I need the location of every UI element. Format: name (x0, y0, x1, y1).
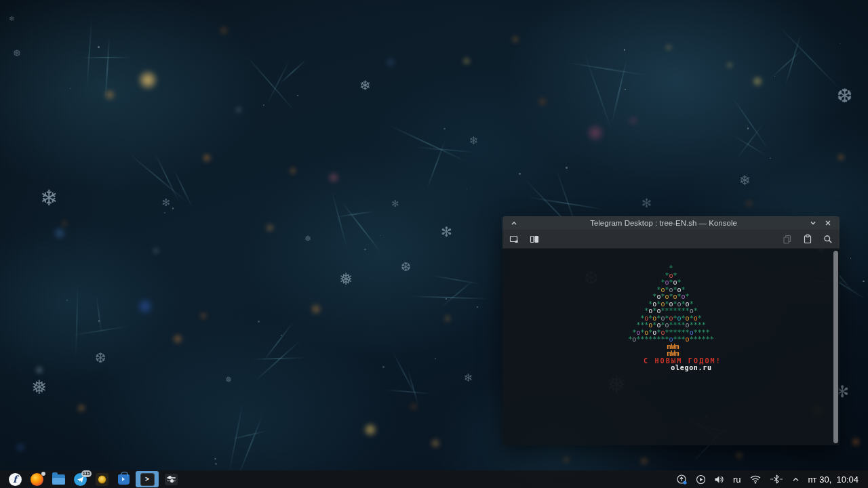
bokeh-light (77, 403, 86, 413)
snow-speck (774, 76, 775, 77)
tray-expand-chevron-icon[interactable] (791, 471, 800, 487)
bokeh-light (60, 220, 68, 228)
bluetooth-icon[interactable] (770, 471, 783, 487)
close-button[interactable] (823, 218, 833, 228)
fir-needle-decoration (246, 55, 297, 113)
taskbar-gold-disc-app[interactable] (92, 471, 111, 487)
bokeh-light (265, 223, 275, 232)
fir-needle-decoration (173, 169, 193, 207)
konsole-toolbar (502, 230, 840, 249)
fir-needle-decoration (75, 284, 79, 357)
paste-button[interactable] (802, 233, 814, 245)
keyboard-layout-indicator[interactable]: ru (733, 471, 741, 487)
bokeh-light (837, 153, 845, 161)
snowflake-decoration: ✻ (642, 197, 652, 209)
bokeh-light (137, 69, 159, 91)
device-notifier-icon[interactable] (676, 471, 688, 487)
fir-needle-decoration (262, 321, 294, 361)
snow-speck (172, 207, 174, 209)
taskbar-sliders-app[interactable] (161, 471, 180, 487)
fir-needle-decoration (390, 125, 467, 162)
bokeh-light (628, 115, 639, 126)
snow-speck (364, 249, 366, 251)
new-tab-icon (509, 234, 519, 245)
bokeh-light (219, 26, 229, 35)
scrollbar-thumb[interactable] (833, 251, 838, 443)
search-icon (823, 234, 833, 245)
snowflake-decoration: ✻ (392, 199, 399, 208)
taskbar-firefox[interactable] (27, 471, 46, 487)
fir-needle-decoration (772, 49, 803, 78)
bokeh-light (199, 312, 208, 320)
snow-speck (624, 49, 625, 50)
snowflake-decoration: ❄ (469, 136, 478, 146)
snowflake-decoration: ✻ (162, 197, 171, 207)
fir-needle-decoration (736, 123, 764, 159)
new-tab-button[interactable] (508, 233, 520, 245)
taskbar-konsole-active[interactable]: > (136, 471, 159, 487)
fedora-logo-icon: f (9, 473, 22, 486)
bokeh-light (745, 199, 754, 208)
copy-button[interactable] (781, 233, 793, 245)
snow-speck (770, 158, 771, 159)
fir-needle-decoration (779, 27, 840, 90)
snow-speck (98, 320, 100, 321)
arrow-icon (121, 476, 126, 482)
fir-needle-decoration (732, 134, 768, 157)
search-button[interactable] (822, 233, 834, 245)
snow-speck (840, 43, 840, 44)
bokeh-light (136, 298, 154, 315)
taskbar: f 115 > ru (0, 470, 868, 488)
bokeh-light (310, 303, 322, 315)
snowflake-decoration: ❆ (95, 351, 106, 365)
snowflake-decoration: ✻ (441, 225, 452, 239)
fir-needle-decoration (86, 19, 92, 90)
snowflake-decoration: ❆ (837, 87, 852, 106)
snow-speck (443, 128, 445, 129)
keyboard-layout-label: ru (733, 474, 741, 485)
bokeh-light (639, 456, 649, 466)
snow-speck (467, 188, 467, 189)
telegram-unread-badge: 115 (81, 470, 92, 477)
bokeh-light (851, 437, 861, 447)
split-view-icon (529, 234, 540, 245)
chevron-up-icon (510, 219, 518, 227)
bokeh-light (235, 106, 242, 113)
terminal-area[interactable]: **o**o*o**o*o*o**o*o*o*o**o*o*o*o*o**o*o… (502, 249, 840, 445)
media-player-icon[interactable] (696, 471, 706, 487)
bokeh-light (172, 333, 183, 344)
snowflake-decoration: ❄ (464, 373, 473, 384)
split-view-button[interactable] (528, 233, 540, 245)
close-icon (824, 219, 832, 227)
terminal-scrollbar[interactable] (833, 251, 838, 443)
snow-speck (215, 463, 217, 465)
taskbar-launcher-fedora[interactable]: f (5, 471, 24, 487)
snow-speck (380, 235, 380, 236)
taskbar-telegram[interactable]: 115 (71, 471, 90, 487)
bokeh-light (430, 438, 441, 449)
snow-speck (263, 104, 265, 106)
taskbar-file-manager[interactable] (49, 471, 68, 487)
bokeh-light (328, 171, 340, 184)
bokeh-light (153, 247, 159, 254)
ascii-tree: **o**o*o**o*o*o**o*o*o*o**o*o*o*o*o**o*o… (502, 265, 840, 358)
gold-disc-app-icon (96, 473, 108, 486)
bokeh-light (562, 455, 570, 464)
snow-speck (98, 46, 100, 48)
snowflake-decoration: ❆ (14, 49, 21, 58)
taskbar-discover[interactable] (114, 471, 133, 487)
paste-icon (802, 234, 813, 245)
konsole-window: Telegram Desktop : tree-EN.sh — Konsole … (502, 216, 840, 445)
minimize-button[interactable] (808, 218, 818, 228)
bokeh-light (665, 44, 672, 51)
bokeh-light (586, 123, 605, 142)
snowflake-decoration: ❄ (9, 16, 14, 22)
volume-icon[interactable] (714, 471, 725, 487)
titlebar[interactable]: Telegram Desktop : tree-EN.sh — Konsole (502, 216, 840, 230)
snow-speck (66, 300, 68, 301)
fir-needle-decoration (331, 190, 348, 249)
keep-above-button[interactable] (509, 218, 519, 228)
clock[interactable]: пт 30, 10:04 (808, 474, 859, 485)
wifi-icon[interactable] (749, 471, 762, 487)
snow-speck (566, 167, 568, 169)
